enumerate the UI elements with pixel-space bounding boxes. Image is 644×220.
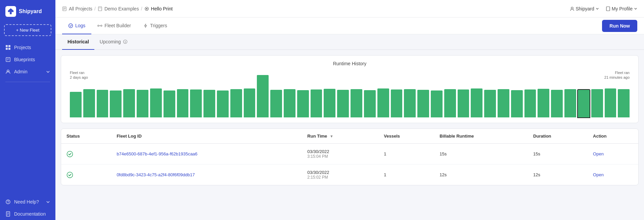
chart-bar[interactable] <box>297 90 309 117</box>
chart-bar[interactable] <box>364 90 376 117</box>
chart-bar[interactable] <box>591 89 603 117</box>
cell-run-time: 03/30/2022 2:15:02 PM <box>302 164 378 185</box>
chart-bar[interactable] <box>511 90 523 117</box>
doc-icon <box>5 211 11 217</box>
chart-bar[interactable] <box>431 90 443 117</box>
bar-wrapper <box>203 70 215 117</box>
svg-point-35 <box>67 172 73 178</box>
chart-bar[interactable] <box>564 89 576 117</box>
sidebar-item-blueprints[interactable]: Blueprints <box>0 53 55 66</box>
chart-bar[interactable] <box>524 89 536 117</box>
chart-bar[interactable] <box>498 89 509 117</box>
tab-logs[interactable]: Logs <box>62 17 91 34</box>
sidebar-item-admin[interactable]: Admin <box>0 66 55 78</box>
bar-wrapper <box>110 70 122 117</box>
tab-triggers-label: Triggers <box>150 23 167 28</box>
chart-bar[interactable] <box>203 90 215 117</box>
log-id-link[interactable]: 0fd8bd9c-3423-4c75-a2f4-80f6f09ddb17 <box>117 172 195 177</box>
sidebar-item-projects-label: Projects <box>14 45 31 50</box>
chart-bar[interactable] <box>484 90 496 117</box>
chart-bar[interactable] <box>618 89 630 117</box>
open-link[interactable]: Open <box>593 151 604 156</box>
chart-bar[interactable] <box>137 90 148 117</box>
new-fleet-button[interactable]: + New Fleet <box>4 24 51 36</box>
profile-menu[interactable]: My Profile <box>606 6 637 11</box>
chart-bar[interactable] <box>244 88 256 117</box>
log-id-link[interactable]: b74e6500-687b-4ef1-956a-f62b1935caa6 <box>117 151 197 156</box>
chart-bar[interactable] <box>351 89 362 117</box>
chart-bar[interactable] <box>404 89 416 117</box>
sidebar-item-projects[interactable]: Projects <box>0 41 55 53</box>
chart-bar[interactable] <box>578 90 590 117</box>
chart-bar[interactable] <box>257 75 269 117</box>
chart-bar[interactable] <box>458 89 469 117</box>
chart-bar[interactable] <box>605 88 616 117</box>
chart-bar[interactable] <box>444 89 456 117</box>
breadcrumb-all-projects[interactable]: All Projects <box>69 6 92 11</box>
chart-bar[interactable] <box>70 92 82 117</box>
chart-bar[interactable] <box>177 89 189 117</box>
run-now-button[interactable]: Run Now <box>602 20 637 32</box>
sidebar: Shipyard + New Fleet Projects Blueprints <box>0 0 55 220</box>
bar-wrapper <box>217 70 229 117</box>
cell-status <box>61 144 111 164</box>
sub-tab-historical[interactable]: Historical <box>62 34 94 50</box>
breadcrumb-demo-examples[interactable]: Demo Examples <box>104 6 139 11</box>
bar-wrapper <box>284 70 295 117</box>
bar-wrapper <box>190 70 202 117</box>
col-status: Status <box>61 129 111 144</box>
page-icon <box>62 6 67 11</box>
open-link[interactable]: Open <box>593 172 604 177</box>
svg-rect-2 <box>10 12 12 14</box>
bar-wrapper <box>458 70 469 117</box>
chart-bar[interactable] <box>471 88 482 117</box>
main-content: All Projects / Demo Examples / Hello Pri… <box>55 0 644 220</box>
chart-bar[interactable] <box>377 88 389 117</box>
cell-action: Open <box>588 164 638 185</box>
chart-bar[interactable] <box>230 89 242 117</box>
sub-tab-upcoming[interactable]: Upcoming <box>94 34 133 50</box>
bar-wrapper <box>564 70 576 117</box>
bar-wrapper <box>377 70 389 117</box>
main-tabs: Logs Fleet Builder Triggers <box>62 17 173 34</box>
tab-fleet-builder[interactable]: Fleet Builder <box>91 17 137 34</box>
chart-bar[interactable] <box>417 90 429 117</box>
chart-bar[interactable] <box>391 89 403 117</box>
chart-bar[interactable] <box>190 89 202 117</box>
breadcrumb-current: Hello Print <box>151 6 173 11</box>
run-time-date: 03/30/2022 <box>307 170 373 175</box>
chart-bar[interactable] <box>110 90 122 117</box>
sidebar-item-documentation[interactable]: Documentation <box>0 208 55 220</box>
svg-point-29 <box>101 25 102 26</box>
tab-triggers[interactable]: Triggers <box>137 17 173 34</box>
chart-bar[interactable] <box>284 89 295 117</box>
chart-bar[interactable] <box>538 89 549 117</box>
table-row: b74e6500-687b-4ef1-956a-f62b1935caa6 03/… <box>61 144 638 164</box>
bar-wrapper <box>164 70 175 117</box>
bar-wrapper <box>417 70 429 117</box>
chart-bar[interactable] <box>83 89 95 117</box>
chart-bar[interactable] <box>311 89 322 117</box>
chart-bar[interactable] <box>551 90 563 117</box>
cell-duration: 15s <box>528 144 588 164</box>
chart-bar[interactable] <box>123 89 135 117</box>
cell-action: Open <box>588 144 638 164</box>
sub-tab-upcoming-label: Upcoming <box>100 39 121 44</box>
bar-wrapper <box>578 70 590 117</box>
svg-rect-7 <box>6 58 10 62</box>
chart-bar[interactable] <box>324 89 335 117</box>
bar-wrapper <box>484 70 496 117</box>
cell-billable-runtime: 12s <box>434 164 528 185</box>
org-selector[interactable]: Shipyard <box>570 6 599 11</box>
sidebar-item-need-help[interactable]: Need Help? <box>0 196 55 208</box>
chart-bar[interactable] <box>97 90 108 117</box>
chart-container: Fleet ran 2 days ago Fleet ran 21 minute… <box>66 70 633 117</box>
chart-bar[interactable] <box>217 90 229 117</box>
chart-bar[interactable] <box>270 90 282 117</box>
bar-wrapper <box>270 70 282 117</box>
breadcrumb-sep-2: / <box>141 6 142 11</box>
chart-bar[interactable] <box>150 88 162 117</box>
chart-bar[interactable] <box>164 90 175 117</box>
chart-bar[interactable] <box>337 90 349 117</box>
svg-point-33 <box>125 41 125 41</box>
